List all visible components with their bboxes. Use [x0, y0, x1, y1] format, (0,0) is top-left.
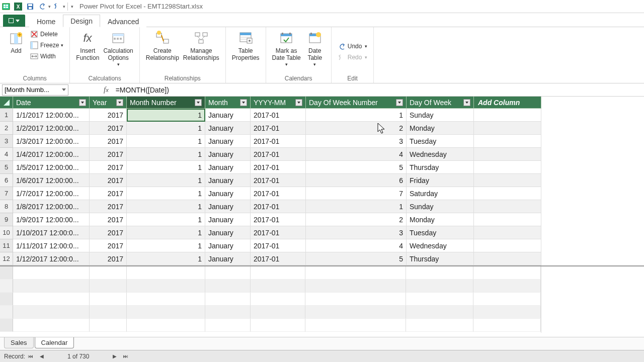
filter-icon[interactable] — [396, 99, 403, 106]
cell-dow-num[interactable]: 1 — [306, 109, 407, 122]
row-header[interactable]: 3 — [0, 135, 13, 148]
cell-yyyy-mm[interactable]: 2017-01 — [251, 239, 306, 252]
cell-year[interactable]: 2017 — [90, 200, 127, 213]
cell-year[interactable]: 2017 — [90, 109, 127, 122]
cell-date[interactable]: 1/5/2017 12:00:00... — [13, 161, 90, 174]
row-header[interactable]: 5 — [0, 161, 13, 174]
filter-icon[interactable] — [463, 99, 470, 106]
cell-yyyy-mm[interactable]: 2017-01 — [251, 174, 306, 187]
cell-dow-num[interactable]: 3 — [306, 135, 407, 148]
cell-yyyy-mm[interactable]: 2017-01 — [251, 187, 306, 200]
cell-month-number[interactable]: 1 — [127, 187, 205, 200]
mark-date-table-button[interactable]: Mark as Date Table▾ — [270, 29, 303, 74]
table-properties-button[interactable]: Table Properties — [230, 29, 262, 74]
cell-dow-num[interactable]: 5 — [306, 252, 407, 265]
cell-yyyy-mm[interactable]: 2017-01 — [251, 252, 306, 265]
col-header-yyyy-mm[interactable]: YYYY-MM — [251, 97, 306, 109]
cell-month-number[interactable]: 1 — [127, 135, 205, 148]
prev-record-button[interactable]: ◀ — [37, 352, 46, 360]
cell-date[interactable]: 1/1/2017 12:00:00... — [13, 109, 90, 122]
cell-year[interactable]: 2017 — [90, 122, 127, 135]
cell-dow-num[interactable]: 4 — [306, 239, 407, 252]
cell-month-number[interactable]: 1 — [127, 213, 205, 226]
cell-date[interactable]: 1/4/2017 12:00:00... — [13, 148, 90, 161]
width-button[interactable]: Width — [28, 51, 65, 61]
filter-icon[interactable] — [240, 99, 247, 106]
row-header[interactable]: 6 — [0, 174, 13, 187]
row-header[interactable]: 7 — [0, 187, 13, 200]
excel-icon[interactable]: X — [13, 1, 24, 12]
formula-input[interactable]: =MONTH([Date]) — [114, 86, 642, 94]
cell-month-number[interactable]: 1 — [127, 109, 205, 122]
cell-date[interactable]: 1/7/2017 12:00:00... — [13, 187, 90, 200]
row-header[interactable]: 9 — [0, 213, 13, 226]
cell-dow-num[interactable]: 4 — [306, 148, 407, 161]
cell-dow-num[interactable]: 3 — [306, 226, 407, 239]
cell-month[interactable]: January — [205, 161, 251, 174]
row-header[interactable]: 2 — [0, 122, 13, 135]
cell-yyyy-mm[interactable]: 2017-01 — [251, 122, 306, 135]
cell-year[interactable]: 2017 — [90, 161, 127, 174]
cell-yyyy-mm[interactable]: 2017-01 — [251, 135, 306, 148]
cell-add[interactable] — [474, 161, 541, 174]
add-column-header[interactable]: Add Column — [474, 97, 541, 109]
create-relationship-button[interactable]: Create Relationship — [144, 29, 181, 74]
filter-icon[interactable] — [79, 99, 86, 106]
select-all-corner[interactable] — [0, 97, 13, 109]
calculation-options-button[interactable]: Calculation Options▾ — [101, 29, 135, 74]
cell-month[interactable]: January — [205, 200, 251, 213]
cell-date[interactable]: 1/3/2017 12:00:00... — [13, 135, 90, 148]
cell-dow[interactable]: Tuesday — [407, 135, 474, 148]
cell-month[interactable]: January — [205, 239, 251, 252]
cell-dow[interactable]: Wednesday — [407, 239, 474, 252]
cell-add[interactable] — [474, 200, 541, 213]
cell-add[interactable] — [474, 239, 541, 252]
cell-month[interactable]: January — [205, 109, 251, 122]
cell-month-number[interactable]: 1 — [127, 226, 205, 239]
cell-dow[interactable]: Monday — [407, 213, 474, 226]
freeze-button[interactable]: Freeze▾ — [28, 40, 65, 50]
sheet-tab-sales[interactable]: Sales — [4, 337, 34, 348]
cell-dow-num[interactable]: 6 — [306, 174, 407, 187]
delete-button[interactable]: Delete — [28, 29, 65, 39]
cell-month[interactable]: January — [205, 213, 251, 226]
filter-icon[interactable] — [295, 99, 302, 106]
tab-advanced[interactable]: Advanced — [100, 15, 146, 27]
cell-month-number[interactable]: 1 — [127, 148, 205, 161]
row-header[interactable]: 4 — [0, 148, 13, 161]
cell-month-number[interactable]: 1 — [127, 122, 205, 135]
cell-year[interactable]: 2017 — [90, 148, 127, 161]
cell-year[interactable]: 2017 — [90, 187, 127, 200]
cell-dow-num[interactable]: 5 — [306, 161, 407, 174]
sheet-tab-calendar[interactable]: Calendar — [35, 337, 74, 348]
cell-add[interactable] — [474, 109, 541, 122]
cell-dow[interactable]: Thursday — [407, 252, 474, 265]
filter-icon[interactable] — [195, 99, 202, 106]
cell-date[interactable]: 1/2/2017 12:00:00... — [13, 122, 90, 135]
row-header[interactable]: 12 — [0, 252, 13, 265]
col-header-month[interactable]: Month — [205, 97, 251, 109]
cell-yyyy-mm[interactable]: 2017-01 — [251, 161, 306, 174]
tab-home[interactable]: Home — [29, 15, 63, 27]
cell-dow[interactable]: Tuesday — [407, 226, 474, 239]
cell-dow-num[interactable]: 7 — [306, 187, 407, 200]
cell-add[interactable] — [474, 213, 541, 226]
cell-yyyy-mm[interactable]: 2017-01 — [251, 226, 306, 239]
cell-yyyy-mm[interactable]: 2017-01 — [251, 148, 306, 161]
cell-month-number[interactable]: 1 — [127, 239, 205, 252]
cell-date[interactable]: 1/6/2017 12:00:00... — [13, 174, 90, 187]
tab-design[interactable]: Design — [63, 15, 100, 27]
last-record-button[interactable]: ⏭ — [121, 352, 130, 360]
name-box[interactable]: [Month Numb... — [2, 84, 68, 96]
cell-year[interactable]: 2017 — [90, 213, 127, 226]
cell-add[interactable] — [474, 122, 541, 135]
cell-dow-num[interactable]: 2 — [306, 122, 407, 135]
col-header-month-number[interactable]: Month Number — [127, 97, 205, 109]
cell-year[interactable]: 2017 — [90, 252, 127, 265]
redo-button[interactable] — [51, 1, 62, 12]
cell-month-number[interactable]: 1 — [127, 161, 205, 174]
cell-add[interactable] — [474, 174, 541, 187]
cell-yyyy-mm[interactable]: 2017-01 — [251, 213, 306, 226]
cell-date[interactable]: 1/8/2017 12:00:00... — [13, 200, 90, 213]
cell-year[interactable]: 2017 — [90, 239, 127, 252]
